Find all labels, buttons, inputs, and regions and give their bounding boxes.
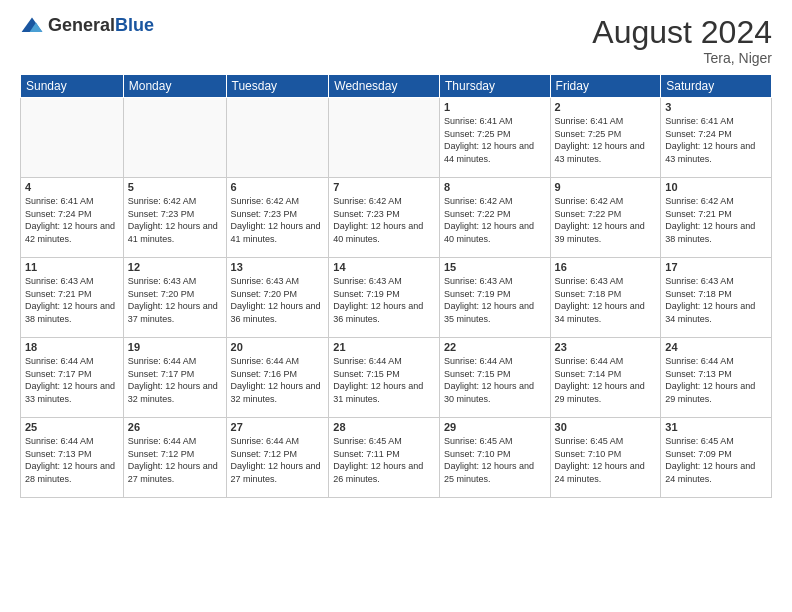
calendar-week-2: 4Sunrise: 6:41 AM Sunset: 7:24 PM Daylig…	[21, 178, 772, 258]
calendar-cell-w3-d7: 17Sunrise: 6:43 AM Sunset: 7:18 PM Dayli…	[661, 258, 772, 338]
day-number: 8	[444, 181, 546, 193]
day-number: 27	[231, 421, 325, 433]
day-info: Sunrise: 6:43 AM Sunset: 7:18 PM Dayligh…	[555, 275, 657, 325]
day-number: 19	[128, 341, 222, 353]
day-number: 25	[25, 421, 119, 433]
day-number: 15	[444, 261, 546, 273]
day-info: Sunrise: 6:41 AM Sunset: 7:25 PM Dayligh…	[444, 115, 546, 165]
day-info: Sunrise: 6:41 AM Sunset: 7:24 PM Dayligh…	[665, 115, 767, 165]
day-info: Sunrise: 6:42 AM Sunset: 7:23 PM Dayligh…	[333, 195, 435, 245]
day-number: 23	[555, 341, 657, 353]
day-number: 29	[444, 421, 546, 433]
calendar-cell-w4-d1: 18Sunrise: 6:44 AM Sunset: 7:17 PM Dayli…	[21, 338, 124, 418]
day-number: 28	[333, 421, 435, 433]
calendar-cell-w4-d5: 22Sunrise: 6:44 AM Sunset: 7:15 PM Dayli…	[439, 338, 550, 418]
day-info: Sunrise: 6:44 AM Sunset: 7:13 PM Dayligh…	[25, 435, 119, 485]
day-info: Sunrise: 6:45 AM Sunset: 7:10 PM Dayligh…	[555, 435, 657, 485]
calendar-cell-w4-d3: 20Sunrise: 6:44 AM Sunset: 7:16 PM Dayli…	[226, 338, 329, 418]
day-number: 17	[665, 261, 767, 273]
page: GeneralBlue August 2024 Tera, Niger Sund…	[0, 0, 792, 612]
day-info: Sunrise: 6:43 AM Sunset: 7:19 PM Dayligh…	[444, 275, 546, 325]
day-info: Sunrise: 6:44 AM Sunset: 7:16 PM Dayligh…	[231, 355, 325, 405]
calendar-header-row: Sunday Monday Tuesday Wednesday Thursday…	[21, 75, 772, 98]
logo-icon	[20, 16, 44, 36]
calendar-cell-w2-d3: 6Sunrise: 6:42 AM Sunset: 7:23 PM Daylig…	[226, 178, 329, 258]
calendar-cell-w5-d6: 30Sunrise: 6:45 AM Sunset: 7:10 PM Dayli…	[550, 418, 661, 498]
calendar-cell-w1-d6: 2Sunrise: 6:41 AM Sunset: 7:25 PM Daylig…	[550, 98, 661, 178]
day-info: Sunrise: 6:43 AM Sunset: 7:21 PM Dayligh…	[25, 275, 119, 325]
logo-text: GeneralBlue	[48, 15, 154, 36]
calendar-cell-w1-d3	[226, 98, 329, 178]
day-number: 9	[555, 181, 657, 193]
header-friday: Friday	[550, 75, 661, 98]
day-number: 24	[665, 341, 767, 353]
calendar-cell-w4-d4: 21Sunrise: 6:44 AM Sunset: 7:15 PM Dayli…	[329, 338, 440, 418]
day-info: Sunrise: 6:43 AM Sunset: 7:19 PM Dayligh…	[333, 275, 435, 325]
day-info: Sunrise: 6:44 AM Sunset: 7:17 PM Dayligh…	[25, 355, 119, 405]
header: GeneralBlue August 2024 Tera, Niger	[20, 15, 772, 66]
day-info: Sunrise: 6:44 AM Sunset: 7:15 PM Dayligh…	[444, 355, 546, 405]
logo-general: General	[48, 15, 115, 35]
day-number: 18	[25, 341, 119, 353]
day-number: 26	[128, 421, 222, 433]
day-number: 14	[333, 261, 435, 273]
day-info: Sunrise: 6:43 AM Sunset: 7:18 PM Dayligh…	[665, 275, 767, 325]
title-section: August 2024 Tera, Niger	[592, 15, 772, 66]
month-year: August 2024	[592, 15, 772, 50]
day-number: 5	[128, 181, 222, 193]
calendar-cell-w2-d4: 7Sunrise: 6:42 AM Sunset: 7:23 PM Daylig…	[329, 178, 440, 258]
day-info: Sunrise: 6:42 AM Sunset: 7:21 PM Dayligh…	[665, 195, 767, 245]
day-info: Sunrise: 6:41 AM Sunset: 7:24 PM Dayligh…	[25, 195, 119, 245]
day-number: 31	[665, 421, 767, 433]
calendar-cell-w4-d2: 19Sunrise: 6:44 AM Sunset: 7:17 PM Dayli…	[123, 338, 226, 418]
day-number: 3	[665, 101, 767, 113]
day-number: 2	[555, 101, 657, 113]
day-info: Sunrise: 6:44 AM Sunset: 7:12 PM Dayligh…	[231, 435, 325, 485]
day-info: Sunrise: 6:42 AM Sunset: 7:22 PM Dayligh…	[555, 195, 657, 245]
day-info: Sunrise: 6:41 AM Sunset: 7:25 PM Dayligh…	[555, 115, 657, 165]
logo-blue: Blue	[115, 15, 154, 35]
calendar-cell-w4-d6: 23Sunrise: 6:44 AM Sunset: 7:14 PM Dayli…	[550, 338, 661, 418]
calendar-cell-w1-d2	[123, 98, 226, 178]
calendar-cell-w3-d4: 14Sunrise: 6:43 AM Sunset: 7:19 PM Dayli…	[329, 258, 440, 338]
calendar-week-4: 18Sunrise: 6:44 AM Sunset: 7:17 PM Dayli…	[21, 338, 772, 418]
day-info: Sunrise: 6:44 AM Sunset: 7:15 PM Dayligh…	[333, 355, 435, 405]
calendar-cell-w5-d1: 25Sunrise: 6:44 AM Sunset: 7:13 PM Dayli…	[21, 418, 124, 498]
calendar-cell-w3-d3: 13Sunrise: 6:43 AM Sunset: 7:20 PM Dayli…	[226, 258, 329, 338]
day-info: Sunrise: 6:43 AM Sunset: 7:20 PM Dayligh…	[231, 275, 325, 325]
calendar-cell-w5-d7: 31Sunrise: 6:45 AM Sunset: 7:09 PM Dayli…	[661, 418, 772, 498]
day-number: 30	[555, 421, 657, 433]
day-info: Sunrise: 6:44 AM Sunset: 7:14 PM Dayligh…	[555, 355, 657, 405]
calendar-week-5: 25Sunrise: 6:44 AM Sunset: 7:13 PM Dayli…	[21, 418, 772, 498]
day-info: Sunrise: 6:42 AM Sunset: 7:23 PM Dayligh…	[128, 195, 222, 245]
calendar-cell-w1-d5: 1Sunrise: 6:41 AM Sunset: 7:25 PM Daylig…	[439, 98, 550, 178]
calendar-cell-w2-d1: 4Sunrise: 6:41 AM Sunset: 7:24 PM Daylig…	[21, 178, 124, 258]
day-info: Sunrise: 6:42 AM Sunset: 7:22 PM Dayligh…	[444, 195, 546, 245]
calendar-cell-w3-d1: 11Sunrise: 6:43 AM Sunset: 7:21 PM Dayli…	[21, 258, 124, 338]
calendar-cell-w3-d2: 12Sunrise: 6:43 AM Sunset: 7:20 PM Dayli…	[123, 258, 226, 338]
day-number: 6	[231, 181, 325, 193]
calendar-cell-w2-d7: 10Sunrise: 6:42 AM Sunset: 7:21 PM Dayli…	[661, 178, 772, 258]
day-info: Sunrise: 6:45 AM Sunset: 7:09 PM Dayligh…	[665, 435, 767, 485]
day-number: 7	[333, 181, 435, 193]
day-number: 4	[25, 181, 119, 193]
day-info: Sunrise: 6:44 AM Sunset: 7:17 PM Dayligh…	[128, 355, 222, 405]
calendar-cell-w2-d5: 8Sunrise: 6:42 AM Sunset: 7:22 PM Daylig…	[439, 178, 550, 258]
calendar-week-1: 1Sunrise: 6:41 AM Sunset: 7:25 PM Daylig…	[21, 98, 772, 178]
day-number: 13	[231, 261, 325, 273]
logo: GeneralBlue	[20, 15, 154, 36]
calendar-cell-w2-d6: 9Sunrise: 6:42 AM Sunset: 7:22 PM Daylig…	[550, 178, 661, 258]
calendar-cell-w3-d5: 15Sunrise: 6:43 AM Sunset: 7:19 PM Dayli…	[439, 258, 550, 338]
day-number: 10	[665, 181, 767, 193]
location: Tera, Niger	[592, 50, 772, 66]
calendar-cell-w1-d1	[21, 98, 124, 178]
day-info: Sunrise: 6:45 AM Sunset: 7:10 PM Dayligh…	[444, 435, 546, 485]
day-number: 21	[333, 341, 435, 353]
day-number: 1	[444, 101, 546, 113]
header-sunday: Sunday	[21, 75, 124, 98]
day-number: 12	[128, 261, 222, 273]
header-thursday: Thursday	[439, 75, 550, 98]
day-info: Sunrise: 6:44 AM Sunset: 7:12 PM Dayligh…	[128, 435, 222, 485]
header-saturday: Saturday	[661, 75, 772, 98]
day-number: 16	[555, 261, 657, 273]
